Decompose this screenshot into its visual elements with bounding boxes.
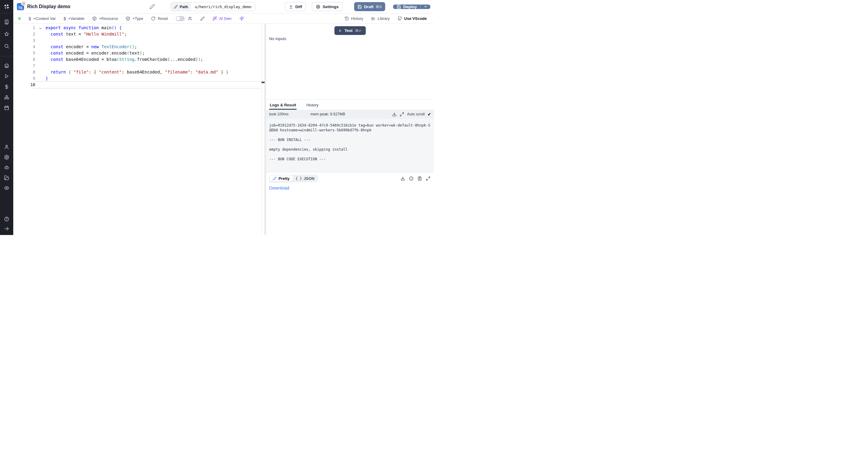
test-button[interactable]: Test ⌘↵ xyxy=(334,26,366,35)
edit-summary-pencil-icon[interactable] xyxy=(150,4,155,9)
multiplayer-toggle[interactable] xyxy=(176,16,185,21)
overview-ruler-border xyxy=(261,24,261,235)
pencil-icon xyxy=(174,5,178,9)
home-icon[interactable] xyxy=(4,63,9,68)
history-icon xyxy=(344,16,349,21)
save-icon xyxy=(397,4,401,9)
settings-button-label: Settings xyxy=(322,4,338,9)
code-line-7[interactable] xyxy=(33,63,261,69)
user-icon[interactable] xyxy=(4,144,9,150)
json-label: JSON xyxy=(304,176,314,181)
format-button[interactable] xyxy=(200,16,205,21)
json-view-button[interactable]: { } JSON xyxy=(293,175,317,182)
braces-icon: { } xyxy=(296,177,302,181)
download-result-icon[interactable] xyxy=(401,176,405,181)
windmill-app: TS Rich Display demo Path u/henri/rich_d… xyxy=(0,0,434,235)
test-button-label: Test xyxy=(344,28,352,33)
tab-logs-result[interactable]: Logs & Result xyxy=(269,103,297,110)
typescript-bun-badge: TS xyxy=(17,3,24,10)
add-variable-button[interactable]: $ +Variable xyxy=(64,16,84,21)
eye-icon[interactable] xyxy=(4,185,9,191)
header-actions: Diff Settings Draft ⌘S Deploy xyxy=(285,2,430,11)
calendar-icon[interactable] xyxy=(4,105,9,111)
folder-open-icon[interactable] xyxy=(4,175,9,181)
no-inputs-text: No inputs xyxy=(269,36,286,41)
code-line-8[interactable]: return { "file": { "content": base64Enco… xyxy=(33,69,261,75)
add-type-label: +Type xyxy=(132,16,143,21)
add-context-var-button[interactable]: $ +Context Var xyxy=(29,16,56,21)
run-duration: took 100ms xyxy=(269,112,310,116)
draft-shortcut: ⌘S xyxy=(375,4,382,9)
paintbrush-icon xyxy=(200,16,205,21)
tab-history[interactable]: History xyxy=(306,103,319,110)
code-line-1[interactable]: export async function main() { xyxy=(33,25,261,31)
deploy-button-label: Deploy xyxy=(403,4,417,9)
page-title: Rich Display demo xyxy=(27,4,70,9)
help-icon[interactable] xyxy=(4,216,9,222)
code-line-5[interactable]: const encoded = encoder.encode(text); xyxy=(33,50,261,56)
log-text: job=01912d75-163d-8204-47c9-5469c516cb1e… xyxy=(269,123,431,161)
bun-icon xyxy=(22,1,26,5)
magic-wand-icon xyxy=(213,16,217,21)
star-icon[interactable] xyxy=(4,31,9,37)
arrow-right-icon[interactable] xyxy=(4,226,9,231)
code-line-6[interactable]: const base64Encoded = btoa(String.fromCh… xyxy=(33,56,261,63)
download-result-link[interactable]: Download xyxy=(269,185,289,190)
code-line-9[interactable]: } xyxy=(33,75,261,82)
add-variable-label: +Variable xyxy=(68,16,84,21)
result-section: Pretty { } JSON xyxy=(266,173,434,235)
add-resource-button[interactable]: +Resource xyxy=(92,16,118,21)
history-button[interactable]: History xyxy=(344,16,363,21)
library-icon xyxy=(371,16,375,21)
code-line-4[interactable]: const encoder = new TextEncoder(); xyxy=(33,44,261,50)
result-toolbar: Pretty { } JSON xyxy=(266,173,434,182)
library-button[interactable]: Library xyxy=(371,16,390,21)
boxes-icon[interactable] xyxy=(4,95,9,100)
run-mem-peak: mem peak: 9.527MB xyxy=(310,112,345,116)
play-icon xyxy=(338,29,342,33)
sidebar-admin-group xyxy=(0,144,13,191)
use-vscode-button[interactable]: Use VScode xyxy=(398,16,427,21)
pretty-view-button[interactable]: Pretty xyxy=(270,175,293,182)
clipboard-copy-icon[interactable] xyxy=(417,176,422,181)
ai-gen-button[interactable]: AI Gen xyxy=(213,16,231,21)
editor-scrollbar[interactable] xyxy=(264,24,266,235)
windmill-logo[interactable] xyxy=(0,0,13,13)
auto-scroll-checkbox[interactable]: ✔ xyxy=(428,112,431,117)
gear-icon[interactable] xyxy=(4,155,9,160)
code-line-3[interactable] xyxy=(33,37,261,44)
deploy-dropdown-button[interactable] xyxy=(421,4,430,9)
info-icon[interactable] xyxy=(409,176,413,181)
ts-badge-label: TS xyxy=(18,6,22,10)
sidebar-bottom-group xyxy=(0,216,13,235)
reset-button[interactable]: Reset xyxy=(151,16,168,21)
diff-button[interactable]: Diff xyxy=(285,2,306,11)
history-label: History xyxy=(351,16,363,21)
sparkles-button[interactable] xyxy=(239,16,244,21)
play-icon[interactable] xyxy=(4,73,9,79)
expand-result-icon[interactable] xyxy=(426,176,430,181)
draft-button[interactable]: Draft ⌘S xyxy=(354,2,385,11)
robot-icon[interactable] xyxy=(4,165,9,170)
diff-icon xyxy=(289,4,293,9)
editor-lines: export async function main() { const tex… xyxy=(13,25,261,88)
run-metabar: took 100ms mem peak: 9.527MB Auto scroll… xyxy=(266,110,434,119)
gear-icon xyxy=(316,4,320,9)
path-value: u/henri/rich_display_demo xyxy=(191,2,255,11)
sidebar-nav-group xyxy=(0,56,13,111)
dollar-icon[interactable] xyxy=(4,84,9,90)
code-editor[interactable]: 12345678910 export async function main()… xyxy=(13,24,266,235)
add-context-var-label: +Context Var xyxy=(33,16,56,21)
deploy-button[interactable]: Deploy xyxy=(393,4,421,9)
settings-button[interactable]: Settings xyxy=(312,2,342,11)
path-chip[interactable]: Path u/henri/rich_display_demo xyxy=(170,2,255,11)
dollar-icon: $ xyxy=(64,16,66,21)
auto-scroll-label: Auto scroll xyxy=(407,112,425,116)
download-logs-icon[interactable] xyxy=(392,112,397,117)
search-icon[interactable] xyxy=(4,43,9,49)
code-line-10[interactable] xyxy=(33,82,261,88)
code-line-2[interactable]: const text = "Hello Windmill"; xyxy=(33,31,261,37)
building-icon[interactable] xyxy=(4,19,9,25)
add-type-button[interactable]: +Type xyxy=(126,16,143,21)
expand-logs-icon[interactable] xyxy=(400,112,404,117)
